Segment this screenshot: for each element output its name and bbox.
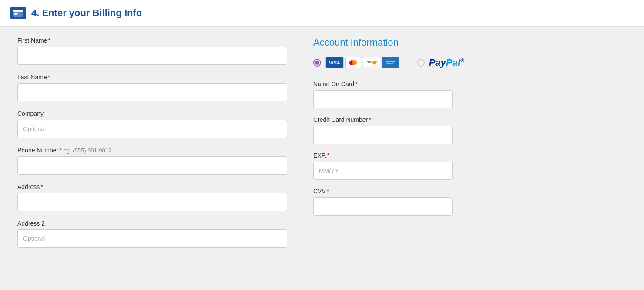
name-on-card-label: Name On Card*: [313, 81, 627, 88]
address-input[interactable]: [17, 193, 287, 211]
phone-input[interactable]: [17, 156, 287, 175]
svg-rect-1: [13, 10, 23, 12]
address2-label: Address 2: [17, 220, 287, 227]
page-header: 4. Enter your Billing Info: [0, 0, 644, 27]
last-name-required: *: [48, 74, 50, 81]
account-info-title: Account Information: [313, 37, 627, 48]
main-content: First Name* Last Name* Company: [0, 27, 644, 290]
name-on-card-input[interactable]: [313, 90, 453, 108]
phone-required: *: [59, 147, 61, 154]
form-layout: First Name* Last Name* Company: [17, 37, 627, 256]
payment-options: VISA D: [313, 57, 627, 68]
svg-text:EXPRESS: EXPRESS: [386, 63, 394, 65]
address2-group: Address 2: [17, 220, 287, 248]
mastercard-logo: [345, 57, 361, 68]
credit-card-option[interactable]: VISA D: [313, 57, 399, 68]
credit-card-input[interactable]: [313, 126, 453, 144]
cvv-label: CVV*: [313, 188, 627, 195]
svg-rect-2: [14, 13, 18, 14]
billing-icon: [10, 7, 26, 19]
discover-logo: DISCOVER: [363, 57, 380, 68]
address-label: Address*: [17, 183, 287, 190]
phone-hint: eg. (555) 901-9012: [64, 147, 112, 154]
cvv-group: CVV*: [313, 188, 627, 216]
cvv-required: *: [327, 188, 329, 195]
paypal-radio[interactable]: [417, 59, 425, 67]
credit-card-required: *: [369, 116, 371, 123]
company-label: Company: [17, 110, 287, 117]
name-on-card-group: Name On Card*: [313, 81, 627, 108]
address-group: Address*: [17, 183, 287, 211]
first-name-required: *: [48, 37, 50, 44]
name-on-card-required: *: [355, 81, 357, 88]
last-name-group: Last Name*: [17, 74, 287, 101]
svg-point-8: [372, 61, 376, 65]
left-column: First Name* Last Name* Company: [17, 37, 287, 256]
credit-card-number-group: Credit Card Number*: [313, 116, 627, 144]
exp-label: EXP.*: [313, 152, 627, 159]
visa-logo: VISA: [325, 57, 344, 68]
address2-input[interactable]: [17, 229, 287, 248]
credit-card-number-label: Credit Card Number*: [313, 116, 627, 123]
phone-group: Phone Number*eg. (555) 901-9012: [17, 147, 287, 175]
exp-required: *: [327, 152, 329, 159]
company-input[interactable]: [17, 120, 287, 138]
card-logos: VISA D: [325, 57, 399, 68]
last-name-input[interactable]: [17, 83, 287, 101]
right-column: Account Information VISA: [313, 37, 627, 256]
svg-rect-3: [14, 14, 17, 15]
exp-input[interactable]: [313, 162, 453, 180]
address-required: *: [40, 183, 43, 190]
paypal-logo: PayPal®: [429, 57, 464, 68]
phone-label: Phone Number*eg. (555) 901-9012: [17, 147, 287, 154]
paypal-option[interactable]: PayPal®: [417, 57, 464, 68]
page-title: 4. Enter your Billing Info: [31, 7, 142, 19]
credit-card-radio[interactable]: [313, 59, 321, 67]
company-group: Company: [17, 110, 287, 138]
last-name-label: Last Name*: [17, 74, 287, 81]
first-name-input[interactable]: [17, 47, 287, 65]
amex-logo: AMERICAN EXPRESS: [382, 57, 399, 68]
first-name-group: First Name*: [17, 37, 287, 65]
svg-text:AMERICAN: AMERICAN: [386, 60, 395, 62]
exp-group: EXP.*: [313, 152, 627, 180]
cvv-input[interactable]: [313, 197, 453, 216]
first-name-label: First Name*: [17, 37, 287, 44]
